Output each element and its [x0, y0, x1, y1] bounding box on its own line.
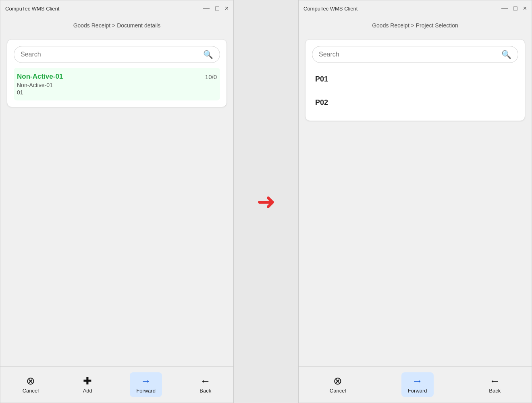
- right-breadcrumb: Goods Receipt > Project Selection: [299, 17, 532, 33]
- left-cancel-label: Cancel: [23, 388, 39, 394]
- right-back-icon: ←: [490, 376, 500, 386]
- left-close-button[interactable]: ×: [225, 5, 229, 12]
- right-app-title: CompuTec WMS Client: [303, 6, 357, 12]
- left-add-label: Add: [83, 388, 92, 394]
- left-forward-button[interactable]: → Forward: [130, 372, 162, 397]
- left-title-bar: CompuTec WMS Client — □ ×: [0, 0, 233, 17]
- right-search-icon: 🔍: [501, 50, 511, 59]
- right-toolbar: ⊗ Cancel → Forward ← Back: [299, 366, 532, 403]
- transition-arrow-area: ➜: [234, 0, 298, 403]
- left-maximize-button[interactable]: □: [215, 5, 219, 12]
- right-minimize-button[interactable]: —: [501, 5, 508, 12]
- left-breadcrumb: Goods Receipt > Document details: [0, 17, 233, 33]
- transition-arrow: ➜: [257, 190, 276, 213]
- right-cancel-button[interactable]: ⊗ Cancel: [323, 372, 352, 397]
- right-search-box[interactable]: 🔍: [312, 46, 518, 63]
- right-project-item-0[interactable]: P01: [312, 68, 518, 91]
- left-add-icon: ✚: [83, 376, 92, 386]
- right-search-input[interactable]: [319, 51, 501, 58]
- right-content: 🔍 P01 P02: [299, 33, 532, 366]
- right-maximize-button[interactable]: □: [513, 5, 517, 12]
- right-close-button[interactable]: ×: [523, 5, 527, 12]
- right-project-item-1[interactable]: P02: [312, 91, 518, 114]
- right-project-label-0: P01: [315, 75, 328, 83]
- left-toolbar: ⊗ Cancel ✚ Add → Forward ← Back: [0, 366, 233, 403]
- left-search-input[interactable]: [21, 51, 203, 58]
- right-back-label: Back: [489, 388, 501, 394]
- left-forward-icon: →: [141, 376, 151, 386]
- right-window: CompuTec WMS Client — □ × Goods Receipt …: [298, 0, 532, 403]
- right-forward-icon: →: [412, 376, 423, 386]
- right-back-button[interactable]: ← Back: [482, 372, 507, 397]
- left-card: 🔍 Non-Active-01 10/0 Non-Active-01 01: [7, 39, 227, 107]
- left-minimize-button[interactable]: —: [203, 5, 210, 12]
- left-item-title: Non-Active-01: [17, 73, 63, 81]
- left-search-icon: 🔍: [203, 50, 213, 59]
- right-project-label-1: P02: [315, 98, 328, 106]
- left-back-icon: ←: [200, 376, 211, 386]
- left-item-badge: 10/0: [205, 73, 217, 80]
- left-list-item-0[interactable]: Non-Active-01 10/0 Non-Active-01 01: [14, 68, 220, 100]
- left-window-controls: — □ ×: [203, 5, 229, 12]
- left-cancel-button[interactable]: ⊗ Cancel: [16, 372, 45, 397]
- left-back-button[interactable]: ← Back: [193, 372, 218, 397]
- right-card: 🔍 P01 P02: [305, 39, 525, 121]
- left-item-header: Non-Active-01 10/0: [17, 73, 217, 81]
- left-item-sub2: 01: [17, 89, 217, 96]
- left-back-label: Back: [200, 388, 211, 394]
- right-forward-label: Forward: [408, 388, 427, 394]
- left-forward-label: Forward: [136, 388, 156, 394]
- left-content: 🔍 Non-Active-01 10/0 Non-Active-01 01: [0, 33, 233, 366]
- right-cancel-icon: ⊗: [333, 376, 342, 386]
- right-cancel-label: Cancel: [330, 388, 346, 394]
- left-app-title: CompuTec WMS Client: [5, 6, 59, 12]
- left-window: CompuTec WMS Client — □ × Goods Receipt …: [0, 0, 234, 403]
- left-item-sub1: Non-Active-01: [17, 82, 217, 88]
- right-forward-button[interactable]: → Forward: [401, 372, 434, 397]
- left-add-button[interactable]: ✚ Add: [77, 372, 99, 397]
- left-search-box[interactable]: 🔍: [14, 46, 220, 63]
- left-cancel-icon: ⊗: [26, 376, 35, 386]
- right-window-controls: — □ ×: [501, 5, 527, 12]
- right-title-bar: CompuTec WMS Client — □ ×: [299, 0, 532, 17]
